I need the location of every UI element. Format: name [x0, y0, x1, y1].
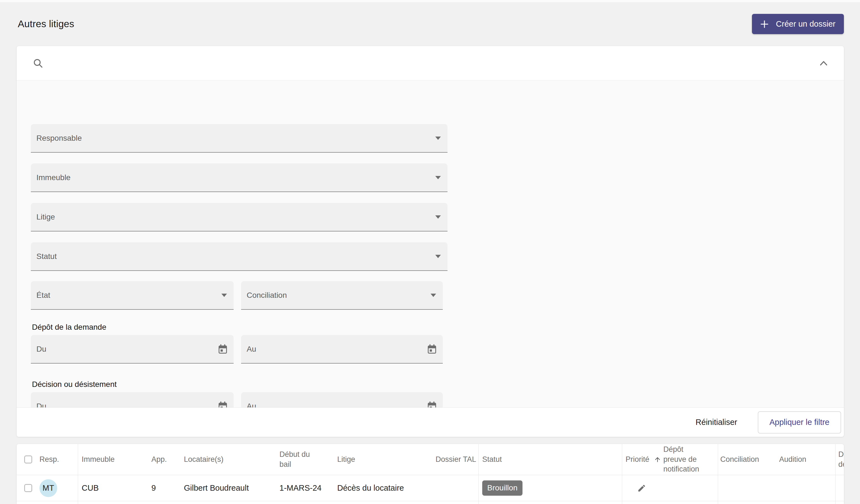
- immeuble-select[interactable]: Immeuble: [31, 163, 447, 192]
- decision-section-label: Décision ou désistement: [32, 380, 117, 389]
- header-label-priorite: Priorité: [626, 455, 649, 464]
- create-folder-button[interactable]: Créer un dossier: [752, 14, 844, 34]
- apply-filter-button[interactable]: Appliquer le filtre: [758, 411, 841, 433]
- calendar-icon[interactable]: [427, 344, 437, 354]
- row-checkbox[interactable]: [24, 484, 32, 492]
- dropdown-arrow-icon: [435, 136, 441, 140]
- disputes-table: Resp. Immeuble App. Locataire(s) Début d…: [17, 444, 844, 504]
- reset-filter-button[interactable]: Réinitialiser: [690, 414, 743, 431]
- header-cell-conciliation: Conciliation: [718, 444, 775, 475]
- header-cell-litige: Litige: [333, 444, 433, 475]
- collapse-filter-button[interactable]: [819, 60, 828, 66]
- row-cell-conciliation: [718, 475, 775, 501]
- header-cell-statut: Statut: [478, 444, 622, 475]
- header-cell-locataires: Locataire(s): [179, 444, 276, 475]
- litige-select-label: Litige: [37, 212, 435, 221]
- table-row-partial: [17, 501, 844, 504]
- avatar: MT: [40, 479, 57, 497]
- responsable-select[interactable]: Responsable: [31, 124, 447, 153]
- table-header-row: Resp. Immeuble App. Locataire(s) Début d…: [17, 444, 844, 475]
- immeuble-select-label: Immeuble: [37, 173, 435, 182]
- header-cell-app: App.: [148, 444, 179, 475]
- row-cell-debut-bail: 1-MARS-24: [276, 475, 333, 501]
- header-label-depot-preuve: Dépôt preuve de notification: [663, 445, 703, 474]
- header-cell-resp: Resp.: [36, 444, 78, 475]
- depot-du-date-input[interactable]: Du: [31, 335, 234, 364]
- row-cell-select: [17, 475, 36, 501]
- header-cell-priorite[interactable]: Priorité: [622, 444, 661, 475]
- row-cell-locataires: Gilbert Boudreault: [179, 475, 276, 501]
- row-cell-priorite: [622, 475, 661, 501]
- row-cell-litige: Décès du locataire: [333, 475, 433, 501]
- sort-arrow-up-icon: [654, 456, 661, 463]
- search-row: [17, 46, 844, 80]
- filter-footer: Réinitialiser Appliquer le filtre: [17, 407, 844, 437]
- top-strip: [0, 0, 860, 2]
- row-cell-resp: MT: [36, 475, 78, 501]
- dropdown-arrow-icon: [435, 255, 441, 258]
- statut-select-label: Statut: [37, 252, 435, 261]
- filter-panel: Responsable Immeuble Litige Statut État …: [17, 46, 844, 437]
- etat-select[interactable]: État: [31, 281, 234, 310]
- litige-select[interactable]: Litige: [31, 203, 447, 232]
- filter-body: Responsable Immeuble Litige Statut État …: [17, 81, 844, 407]
- depot-au-label: Au: [247, 345, 427, 354]
- chevron-up-icon: [819, 60, 828, 66]
- dropdown-arrow-icon: [431, 294, 436, 297]
- table-row[interactable]: MT CUB 9 Gilbert Boudreault 1-MARS-24 Dé…: [17, 475, 844, 501]
- create-folder-label: Créer un dossier: [776, 19, 835, 29]
- header-cell-debut-bail: Début du bail: [276, 444, 333, 475]
- row-cell-audition: [775, 475, 835, 501]
- status-badge: Brouillon: [482, 480, 522, 496]
- dropdown-arrow-icon: [435, 176, 441, 179]
- pencil-icon: [637, 484, 646, 493]
- header-cell-select: [17, 444, 36, 475]
- row-cell-app: 9: [148, 475, 179, 501]
- plus-icon: [760, 20, 769, 28]
- depot-du-label: Du: [37, 345, 218, 354]
- select-all-checkbox[interactable]: [24, 456, 32, 463]
- row-cell-decision: [835, 475, 844, 501]
- header-label-decision: Décision ou désistement: [838, 449, 844, 469]
- depot-demande-section-label: Dépôt de la demande: [32, 323, 106, 332]
- header-cell-dossier-tal: Dossier TAL: [433, 444, 478, 475]
- header-label-debut-bail: Début du bail: [280, 449, 313, 469]
- search-input[interactable]: [52, 55, 811, 72]
- edit-priority-button[interactable]: [637, 484, 646, 493]
- conciliation-select[interactable]: Conciliation: [241, 281, 443, 310]
- header-cell-decision: Décision ou désistement: [835, 444, 844, 475]
- calendar-icon[interactable]: [218, 344, 228, 354]
- header-cell-depot-preuve: Dépôt preuve de notification: [661, 444, 718, 475]
- responsable-select-label: Responsable: [37, 134, 435, 143]
- dropdown-arrow-icon: [435, 216, 441, 219]
- etat-select-label: État: [37, 291, 221, 300]
- dropdown-arrow-icon: [221, 294, 227, 297]
- row-cell-dossier-tal: [433, 475, 478, 501]
- statut-select[interactable]: Statut: [31, 242, 447, 271]
- row-cell-immeuble: CUB: [78, 475, 148, 501]
- header-cell-immeuble: Immeuble: [78, 444, 148, 475]
- conciliation-select-label: Conciliation: [247, 291, 431, 300]
- row-cell-depot-preuve: [661, 475, 718, 501]
- row-cell-statut: Brouillon: [478, 475, 622, 501]
- search-icon: [33, 58, 43, 69]
- page-title: Autres litiges: [18, 18, 74, 29]
- depot-au-date-input[interactable]: Au: [241, 335, 443, 364]
- header-cell-audition: Audition: [775, 444, 835, 475]
